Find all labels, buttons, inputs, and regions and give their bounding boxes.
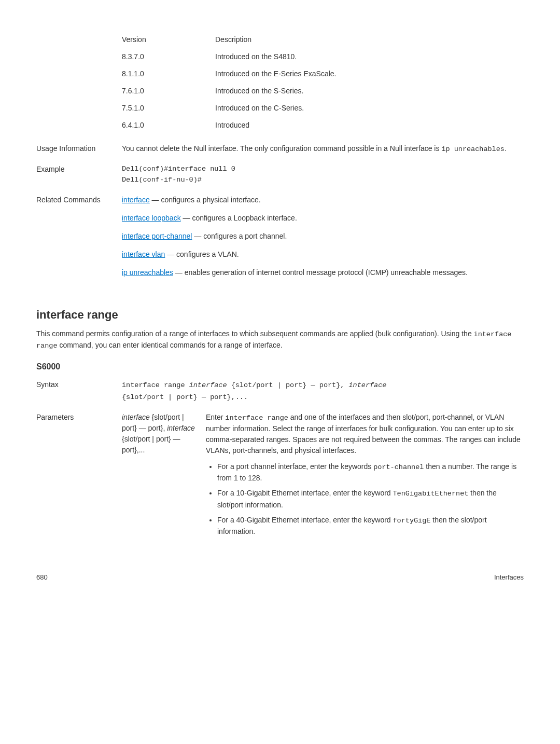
version-cell: 7.6.1.0 — [122, 82, 215, 100]
description-cell: Introduced on the S4810. — [215, 48, 524, 65]
bullet-item: For a port channel interface, enter the … — [217, 461, 524, 484]
bullet-code: port-channel — [373, 463, 424, 471]
parameter-entry: interface {slot/port | port} — port}, in… — [122, 412, 524, 541]
version-table: Version Description 8.3.7.0 Introduced o… — [122, 31, 524, 134]
syntax-italic: interface — [349, 381, 387, 389]
param-name-italic: interface — [122, 413, 150, 421]
bullet-text-a: For a 40-Gigabit Ethernet interface, ent… — [217, 516, 393, 524]
version-cell: 8.3.7.0 — [122, 48, 215, 65]
related-item: interface — configures a physical interf… — [122, 195, 524, 205]
related-text: — configures a Loopback interface. — [181, 214, 297, 222]
version-row: 8.3.7.0 Introduced on the S4810. — [122, 48, 524, 65]
syntax-content: interface range interface {slot/port | p… — [122, 379, 524, 403]
usage-row: Usage Information You cannot delete the … — [36, 143, 524, 155]
parameter-name: interface {slot/port | port} — port}, in… — [122, 412, 206, 456]
syntax-text: {slot/port | port} — port},... — [122, 393, 248, 401]
intro-paragraph: This command permits configuration of a … — [36, 328, 524, 352]
bullet-code: TenGigabitEthernet — [393, 490, 469, 498]
parameters-label: Parameters — [36, 412, 122, 541]
param-name-plain: {slot/ — [150, 413, 167, 421]
description-col-header: Description — [215, 31, 524, 48]
parameters-content: interface {slot/port | port} — port}, in… — [122, 412, 524, 541]
related-row: Related Commands interface — configures … — [36, 195, 524, 285]
related-text: — enables generation of internet control… — [173, 268, 468, 277]
bullet-code: fortyGigE — [393, 517, 431, 525]
description-cell: Introduced on the E-Series ExaScale. — [215, 65, 524, 82]
related-item: interface loopback — configures a Loopba… — [122, 213, 524, 224]
intro-text-2: command, you can enter identical command… — [58, 341, 283, 349]
heading-interface-range: interface range — [36, 306, 524, 323]
page-footer: 680 Interfaces — [36, 572, 524, 583]
related-link-vlan[interactable]: interface vlan — [122, 250, 165, 258]
param-desc-a: Enter — [206, 413, 225, 421]
version-cell: 8.1.1.0 — [122, 65, 215, 82]
usage-content: You cannot delete the Null interface. Th… — [122, 143, 524, 155]
parameters-row: Parameters interface {slot/port | port} … — [36, 412, 524, 541]
bullet-item: For a 40-Gigabit Ethernet interface, ent… — [217, 515, 524, 537]
example-row: Example Dell(conf)#interface null 0 Dell… — [36, 164, 524, 185]
related-item: interface vlan — configures a VLAN. — [122, 249, 524, 260]
syntax-label: Syntax — [36, 379, 122, 403]
syntax-text: interface range — [122, 381, 189, 389]
description-cell: Introduced — [215, 117, 524, 134]
version-col-header: Version — [122, 31, 215, 48]
usage-text-1: You cannot delete the Null interface. Th… — [122, 144, 441, 153]
intro-text-1: This command permits configuration of a … — [36, 329, 474, 338]
related-link-ip-unreachables[interactable]: ip unreachables — [122, 268, 173, 277]
description-cell: Introduced on the S-Series. — [215, 82, 524, 100]
page-number: 680 — [36, 572, 48, 583]
heading-s6000: S6000 — [36, 361, 524, 373]
version-history-row: Version Description 8.3.7.0 Introduced o… — [36, 31, 524, 134]
version-row: 6.4.1.0 Introduced — [122, 117, 524, 134]
related-content: interface — configures a physical interf… — [122, 195, 524, 285]
description-cell: Introduced on the C-Series. — [215, 100, 524, 117]
related-text: — configures a physical interface. — [150, 196, 261, 204]
syntax-text: {slot/port | port} — port}, — [227, 381, 349, 389]
footer-section: Interfaces — [494, 572, 524, 583]
version-row: 8.1.1.0 Introduced on the E-Series ExaSc… — [122, 65, 524, 82]
example-code: Dell(conf)#interface null 0 Dell(conf-if… — [122, 164, 524, 185]
version-row: 7.6.1.0 Introduced on the S-Series. — [122, 82, 524, 100]
syntax-italic: interface — [189, 381, 227, 389]
version-table-header: Version Description — [122, 31, 524, 48]
parameter-description: Enter interface range and one of the int… — [206, 412, 524, 541]
version-history-spacer — [36, 31, 122, 134]
version-cell: 6.4.1.0 — [122, 117, 215, 134]
version-cell: 7.5.1.0 — [122, 100, 215, 117]
related-link-interface[interactable]: interface — [122, 196, 150, 204]
syntax-row: Syntax interface range interface {slot/p… — [36, 379, 524, 403]
example-label: Example — [36, 164, 122, 185]
related-label: Related Commands — [36, 195, 122, 285]
version-history-content: Version Description 8.3.7.0 Introduced o… — [122, 31, 524, 134]
bullet-item: For a 10-Gigabit Ethernet interface, ent… — [217, 488, 524, 510]
usage-label: Usage Information — [36, 143, 122, 155]
parameter-bullets: For a port channel interface, enter the … — [206, 461, 524, 537]
related-link-port-channel[interactable]: interface port-channel — [122, 232, 192, 240]
usage-code: ip unreachables — [441, 145, 505, 153]
related-text: — configures a port channel. — [192, 232, 287, 240]
related-text: — configures a VLAN. — [165, 250, 239, 258]
param-name-plain: {slot/port | port} — port},... — [122, 435, 180, 454]
param-name-italic: interface — [167, 424, 195, 432]
related-item: interface port-channel — configures a po… — [122, 231, 524, 242]
example-content: Dell(conf)#interface null 0 Dell(conf-if… — [122, 164, 524, 185]
param-desc-code: interface range — [225, 414, 288, 422]
usage-text-2: . — [505, 144, 507, 153]
bullet-text-a: For a 10-Gigabit Ethernet interface, ent… — [217, 489, 393, 497]
bullet-text-a: For a port channel interface, enter the … — [217, 462, 373, 471]
version-row: 7.5.1.0 Introduced on the C-Series. — [122, 100, 524, 117]
related-item: ip unreachables — enables generation of … — [122, 267, 524, 278]
related-link-loopback[interactable]: interface loopback — [122, 214, 181, 222]
